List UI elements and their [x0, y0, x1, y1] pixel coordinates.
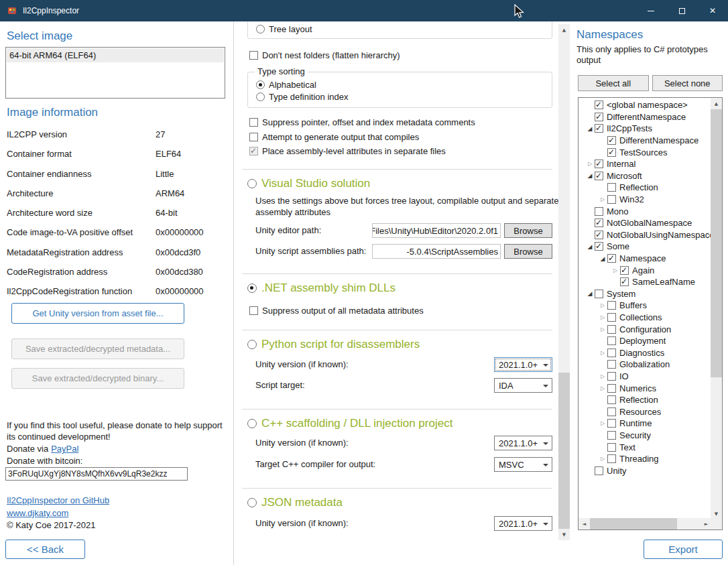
- tree-item[interactable]: IO: [579, 371, 711, 383]
- suppress-metadata-attributes-checkbox[interactable]: Suppress output of all metadata attribut…: [249, 304, 424, 316]
- tree-item[interactable]: Threading: [579, 453, 711, 465]
- tree-item[interactable]: Mono: [579, 205, 711, 217]
- save-binary-button[interactable]: Save extracted/decrypted binary...: [11, 368, 184, 389]
- shim-dlls-radio[interactable]: .NET assembly shim DLLs: [247, 280, 396, 296]
- checkbox-icon[interactable]: [607, 443, 616, 452]
- option-checkbox[interactable]: Suppress pointer, offset and index metad…: [249, 115, 475, 130]
- checkbox-icon[interactable]: [595, 242, 603, 251]
- checkbox-icon[interactable]: [607, 325, 616, 334]
- maximize-button[interactable]: [666, 0, 697, 21]
- tree-item[interactable]: Namespace: [579, 253, 711, 265]
- checkbox-icon[interactable]: [607, 301, 616, 310]
- scroll-down-arrow[interactable]: ▼: [558, 529, 570, 540]
- expander-icon[interactable]: [598, 196, 607, 202]
- cpp-unity-version-combo[interactable]: 2021.1.0+: [494, 436, 552, 450]
- checkbox-icon[interactable]: [595, 290, 603, 298]
- checkbox-icon[interactable]: [607, 254, 616, 263]
- tree-item[interactable]: Numerics: [579, 382, 711, 394]
- scrollbar-thumb[interactable]: [711, 109, 722, 377]
- tree-item[interactable]: Il2CppTests: [579, 123, 711, 135]
- checkbox-icon[interactable]: [607, 183, 616, 192]
- checkbox-icon[interactable]: [607, 313, 616, 322]
- checkbox-icon[interactable]: [607, 148, 616, 157]
- script-target-combo[interactable]: IDA: [494, 378, 552, 393]
- save-metadata-button[interactable]: Save extracted/decrypted metadata...: [11, 338, 184, 359]
- checkbox-icon[interactable]: [607, 384, 616, 393]
- python-script-radio[interactable]: Python script for disassemblers: [247, 336, 420, 353]
- export-button[interactable]: Export: [644, 540, 723, 559]
- tree-item[interactable]: DifferentNamespace: [579, 111, 711, 123]
- checkbox-icon[interactable]: [607, 407, 616, 416]
- checkbox-icon[interactable]: [607, 419, 616, 428]
- checkbox-icon[interactable]: [607, 454, 616, 463]
- select-all-button[interactable]: Select all: [578, 75, 649, 91]
- json-metadata-radio[interactable]: JSON metadata: [247, 495, 343, 511]
- scroll-up-arrow[interactable]: ▲: [711, 98, 722, 109]
- expander-icon[interactable]: [598, 373, 607, 379]
- checkbox-icon[interactable]: [607, 395, 616, 404]
- tree-item[interactable]: Reflection: [579, 182, 711, 194]
- tree-item[interactable]: Win32: [579, 194, 711, 206]
- vertical-scrollbar[interactable]: ▲ ▼: [558, 24, 570, 540]
- tree-layout-radio[interactable]: Tree layout: [256, 23, 312, 35]
- minimize-button[interactable]: [635, 0, 666, 21]
- tree-item[interactable]: Some: [579, 241, 711, 253]
- select-none-button[interactable]: Select none: [652, 75, 723, 91]
- checkbox-icon[interactable]: [595, 160, 603, 168]
- expander-icon[interactable]: [598, 255, 607, 262]
- python-unity-version-combo[interactable]: 2021.1.0+: [494, 357, 552, 372]
- checkbox-icon[interactable]: [595, 218, 603, 227]
- bitcoin-address-input[interactable]: [5, 467, 188, 481]
- browse-assemblies-button[interactable]: Browse: [504, 244, 552, 259]
- scrollbar-thumb[interactable]: [590, 518, 677, 529]
- tree-item[interactable]: Microsoft: [579, 170, 711, 182]
- json-unity-version-combo[interactable]: 2021.1.0+: [494, 516, 552, 531]
- type-sorting-radio[interactable]: Alphabetical: [256, 78, 552, 90]
- tree-item[interactable]: NotGlobalNamespace: [579, 217, 711, 229]
- scrollbar-thumb[interactable]: [558, 373, 570, 529]
- checkbox-icon[interactable]: [607, 431, 616, 440]
- expander-icon[interactable]: [598, 456, 607, 462]
- paypal-link[interactable]: PayPal: [51, 444, 78, 454]
- expander-icon[interactable]: [585, 290, 595, 297]
- tree-item[interactable]: TestSources: [579, 146, 711, 158]
- flatten-hierarchy-checkbox[interactable]: Don't nest folders (flatten hierarchy): [249, 49, 400, 61]
- option-checkbox[interactable]: Attempt to generate output that compiles: [249, 130, 475, 145]
- expander-icon[interactable]: [585, 161, 595, 167]
- expander-icon[interactable]: [611, 267, 620, 273]
- tree-horizontal-scrollbar[interactable]: ◄ ►: [579, 518, 712, 529]
- tree-item[interactable]: Text: [579, 441, 711, 453]
- tree-item[interactable]: Diagnostics: [579, 347, 711, 359]
- github-link[interactable]: Il2CppInspector on GitHub: [7, 495, 109, 505]
- expander-icon[interactable]: [598, 302, 607, 308]
- tree-item[interactable]: Security: [579, 430, 711, 442]
- option-checkbox[interactable]: Place assembly-level attributes in separ…: [249, 144, 475, 159]
- tree-item[interactable]: Unity: [579, 464, 711, 477]
- tree-item[interactable]: Internal: [579, 158, 711, 170]
- checkbox-icon[interactable]: [620, 277, 629, 286]
- checkbox-icon[interactable]: [607, 372, 616, 381]
- checkbox-icon[interactable]: [620, 266, 629, 275]
- expander-icon[interactable]: [598, 350, 607, 356]
- checkbox-icon[interactable]: [607, 360, 616, 369]
- cpp-compiler-combo[interactable]: MSVC: [494, 457, 552, 472]
- tree-item[interactable]: Runtime: [579, 418, 711, 430]
- expander-icon[interactable]: [598, 314, 607, 320]
- checkbox-icon[interactable]: [595, 231, 603, 239]
- tree-item[interactable]: <global namespace>: [579, 99, 711, 111]
- expander-icon[interactable]: [598, 326, 607, 332]
- tree-item[interactable]: DifferentNamespace: [579, 135, 711, 147]
- tree-item[interactable]: Configuration: [579, 323, 711, 335]
- scroll-left-arrow[interactable]: ◄: [579, 518, 590, 529]
- script-assemblies-path-input[interactable]: -5.0.4\ScriptAssemblies: [372, 244, 501, 259]
- checkbox-icon[interactable]: [607, 195, 616, 204]
- tree-vertical-scrollbar[interactable]: ▲ ▼: [711, 98, 722, 519]
- back-button[interactable]: << Back: [5, 540, 85, 559]
- checkbox-icon[interactable]: [595, 207, 603, 216]
- tree-item[interactable]: NotGlobalUsingNamespace: [579, 229, 711, 241]
- checkbox-icon[interactable]: [607, 336, 616, 345]
- image-list-item[interactable]: 64-bit ARM64 (ELF64): [7, 48, 224, 62]
- checkbox-icon[interactable]: [595, 113, 603, 121]
- close-button[interactable]: ✕: [697, 0, 728, 21]
- expander-icon[interactable]: [598, 385, 607, 391]
